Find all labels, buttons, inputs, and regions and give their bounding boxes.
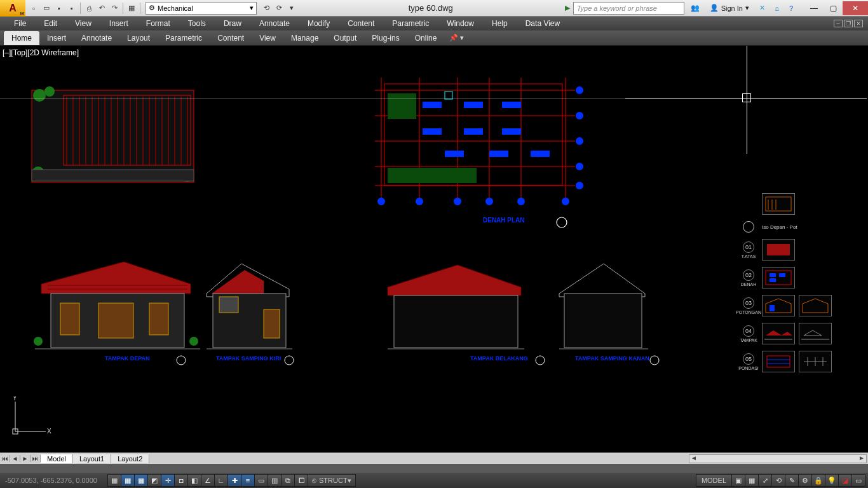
menu-format[interactable]: Format [137,17,179,30]
signin-button[interactable]: 👤 Sign In ▾ [706,2,753,15]
quickview-drawings-icon[interactable]: ▦ [745,474,759,487]
tab-content[interactable]: Content [210,31,252,45]
menu-tools[interactable]: Tools [179,17,215,30]
annoauto-icon[interactable]: ✎ [785,474,799,487]
nav-thumb-05b[interactable] [799,351,832,372]
layout-tab-layout1[interactable]: Layout1 [73,454,111,463]
nav-thumb-01[interactable] [762,239,795,261]
plot-icon[interactable]: ⎙ [83,3,95,14]
layout-tab-model[interactable]: Model [41,454,73,463]
dyn-toggle[interactable]: ✚ [227,474,241,487]
tab-home[interactable]: Home [4,31,39,45]
tab-view[interactable]: View [252,31,283,45]
tab-parametric[interactable]: Parametric [158,31,210,45]
nav-num-03[interactable]: 03 [743,297,754,309]
menu-window[interactable]: Window [438,17,483,30]
ribbon-pin-icon[interactable]: 📌 ▾ [449,34,464,42]
nav-num-02[interactable]: 02 [743,269,754,281]
nav-num-05[interactable]: 05 [743,353,754,365]
menu-edit[interactable]: Edit [35,17,66,30]
open-icon[interactable]: ▭ [41,3,52,14]
ws-switch-icon[interactable]: ⚙ [798,474,812,487]
otrack-toggle[interactable]: ∠ [201,474,215,487]
struct-button[interactable]: ⎋ STRUCT ▾ [308,474,356,487]
drawing-viewport[interactable]: [–][Top][2D Wireframe] [0,46,868,452]
menu-help[interactable]: Help [483,17,517,30]
tab-output[interactable]: Output [326,31,364,45]
tab-online[interactable]: Online [407,31,445,45]
menu-view[interactable]: View [66,17,100,30]
menu-dataview[interactable]: Data View [517,17,569,30]
app-menu-button[interactable]: A [0,0,25,17]
mdi-close-button[interactable]: × [854,20,863,27]
ws-next-icon[interactable]: ⟳ [273,3,285,14]
qp-toggle[interactable]: ▥ [268,474,281,487]
minimize-button[interactable]: — [804,1,824,15]
tab-insert[interactable]: Insert [39,31,74,45]
grid-toggle[interactable]: ▦ [134,474,148,487]
ws-prev-icon[interactable]: ⟲ [261,3,272,14]
match-icon[interactable]: ▦ [126,3,137,14]
mdi-minimize-button[interactable]: – [834,20,843,27]
layout-next-icon[interactable]: ► [20,455,31,462]
undo-icon[interactable]: ↶ [96,3,107,14]
nav-thumb-04a[interactable] [762,323,795,344]
menu-file[interactable]: File [5,17,35,30]
nav-num-01[interactable]: 01 [743,241,754,253]
menu-modify[interactable]: Modify [299,17,339,30]
osnap-toggle[interactable]: ◘ [174,474,188,487]
layout-first-icon[interactable]: ⏮ [0,455,10,462]
horizontal-scrollbar[interactable] [689,454,867,463]
lock-ui-icon[interactable]: 🔒 [811,474,825,487]
annoscale-icon[interactable]: ⤢ [758,474,772,487]
polar-toggle[interactable]: ✛ [161,474,175,487]
modelspace-toggle[interactable]: MODEL [696,474,732,487]
quickview-layouts-icon[interactable]: ▣ [731,474,745,487]
infer-constraints-toggle[interactable]: ▦ [107,474,121,487]
coordinate-readout[interactable]: -507.0053, -665.2376, 0.0000 [0,477,108,484]
isolate-icon[interactable]: ◪ [838,474,852,487]
new-icon[interactable]: ▫ [28,3,39,14]
am-toggle[interactable]: ⧠ [294,474,308,487]
layout-prev-icon[interactable]: ◄ [10,455,20,462]
nav-thumb-04b[interactable] [799,323,832,344]
sc-toggle[interactable]: ⧉ [281,474,295,487]
tpy-toggle[interactable]: ▭ [254,474,268,487]
nav-num-04[interactable]: 04 [743,325,754,337]
hardware-accel-icon[interactable]: 💡 [825,474,839,487]
saveas-icon[interactable]: ▪ [66,3,78,14]
command-line[interactable] [0,464,868,473]
nav-thumb-03b[interactable] [799,295,832,316]
help-search-input[interactable]: Type a keyword or phrase [573,2,684,15]
nav-thumb-05a[interactable] [762,351,795,372]
mdi-restore-button[interactable]: ❐ [844,20,853,27]
qat-more-icon[interactable]: ▾ [286,3,297,14]
tab-plugins[interactable]: Plug-ins [364,31,407,45]
menu-annotate[interactable]: Annotate [250,17,299,30]
exchange-icon[interactable]: ✕ [756,2,769,15]
autodesk360-icon[interactable]: 👥 [687,2,703,15]
nav-thumb-03a[interactable] [762,295,795,316]
redo-icon[interactable]: ↷ [109,3,120,14]
help-icon[interactable]: ? [785,2,797,15]
layout-last-icon[interactable]: ⏭ [31,455,41,462]
tab-layout[interactable]: Layout [119,31,158,45]
menu-insert[interactable]: Insert [100,17,137,30]
workspace-dropdown[interactable]: ⚙ Mechanical ▾ [146,2,257,15]
cleanscreen-icon[interactable]: ▭ [851,474,865,487]
menu-parametric[interactable]: Parametric [383,17,438,30]
annovis-icon[interactable]: ⟲ [771,474,785,487]
nav-thumb-02[interactable] [762,267,795,288]
snap-toggle[interactable]: ▦ [121,474,135,487]
close-button[interactable]: ✕ [843,1,868,15]
menu-content[interactable]: Content [339,17,383,30]
maximize-button[interactable]: ▢ [824,1,843,15]
menu-draw[interactable]: Draw [215,17,250,30]
3dosnap-toggle[interactable]: ◧ [187,474,201,487]
stayconnected-icon[interactable]: ⩍ [771,2,783,15]
nav-thumb-main[interactable] [762,193,795,215]
ducs-toggle[interactable]: ∟ [214,474,228,487]
tab-annotate[interactable]: Annotate [74,31,119,45]
layout-tab-layout2[interactable]: Layout2 [111,454,149,463]
search-go-icon[interactable]: ▶ [562,3,573,14]
